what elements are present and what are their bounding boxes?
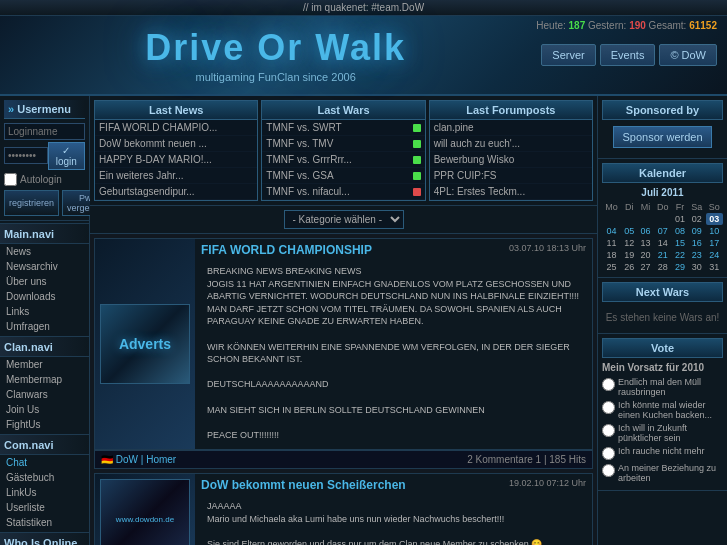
forum-item-2[interactable]: will auch zu euch'...	[430, 136, 592, 152]
article-1-hits: 1 | 185 Hits	[536, 454, 586, 465]
last-news-item-5[interactable]: Geburtstagsendipur...	[95, 184, 257, 200]
vote-radio-5[interactable]	[602, 464, 615, 477]
cal-day-02[interactable]: 02	[688, 213, 705, 225]
nav-newsarchiv[interactable]: Newsarchiv	[0, 259, 89, 274]
last-wars-item-3[interactable]: TMNF vs. GrrrRrr...	[262, 152, 424, 168]
nav-membermap[interactable]: Membermap	[0, 372, 89, 387]
cal-day-04[interactable]: 04	[602, 225, 621, 237]
login-button[interactable]: ✓ login	[48, 142, 85, 170]
calendar-table: Mo Di Mi Do Fr Sa So 01	[602, 201, 723, 273]
cal-day-18[interactable]: 18	[602, 249, 621, 261]
cal-day-21[interactable]: 21	[654, 249, 672, 261]
nav-link-us[interactable]: LinkUs	[0, 485, 89, 500]
vote-radio-1[interactable]	[602, 378, 615, 391]
cal-day-06[interactable]: 06	[637, 225, 653, 237]
category-select[interactable]: - Kategorie wählen -	[284, 210, 404, 229]
cal-day-25[interactable]: 25	[602, 261, 621, 273]
cal-day-14[interactable]: 14	[654, 237, 672, 249]
main-nav-title: Main.navi	[0, 223, 89, 244]
nav-join-us[interactable]: Join Us	[0, 402, 89, 417]
cal-day-12[interactable]: 12	[621, 237, 637, 249]
cal-day-24[interactable]: 24	[706, 249, 724, 261]
clan-nav-section: Clan.navi Member Membermap Clanwars Join…	[0, 336, 89, 432]
nav-downloads[interactable]: Downloads	[0, 289, 89, 304]
calendar-title: Kalender	[602, 163, 723, 183]
nav-umfragen[interactable]: Umfragen	[0, 319, 89, 334]
article-1-author[interactable]: DoW | Homer	[116, 454, 176, 465]
article-1-title[interactable]: FIFA WORLD CHAMPIONSHIP	[201, 243, 372, 257]
cal-day-13[interactable]: 13	[637, 237, 653, 249]
events-button[interactable]: Events	[600, 44, 656, 66]
autologin-checkbox[interactable]	[4, 173, 17, 186]
nav-gaestebuch[interactable]: Gästebuch	[0, 470, 89, 485]
war-result-win-1	[413, 124, 421, 132]
article-1-comments[interactable]: 2 Kommentare	[467, 454, 533, 465]
last-news-item-3[interactable]: HAPPY B-DAY MARIO!...	[95, 152, 257, 168]
last-wars-item-1[interactable]: TMNF vs. SWRT	[262, 120, 424, 136]
username-input[interactable]	[4, 123, 85, 140]
nav-userliste[interactable]: Userliste	[0, 500, 89, 515]
cal-day-09[interactable]: 09	[688, 225, 705, 237]
cal-day-15[interactable]: 15	[672, 237, 688, 249]
last-news-item-2[interactable]: DoW bekommt neuen ...	[95, 136, 257, 152]
cal-day-08[interactable]: 08	[672, 225, 688, 237]
main-nav-section: Main.navi News Newsarchiv Über uns Downl…	[0, 223, 89, 334]
forum-item-3[interactable]: Bewerbung Wisko	[430, 152, 592, 168]
cal-day-10[interactable]: 10	[706, 225, 724, 237]
logo-title[interactable]: Drive Or Walk	[10, 27, 541, 69]
article-2-title[interactable]: DoW bekommt neuen Scheißerchen	[201, 478, 406, 492]
cal-day-26[interactable]: 26	[621, 261, 637, 273]
nav-statistiken[interactable]: Statistiken	[0, 515, 89, 530]
who-is-online-section: Who Is Online Keine User Online	[0, 532, 89, 545]
vote-radio-2[interactable]	[602, 401, 615, 414]
total-label: Gesamt:	[649, 20, 687, 31]
forum-item-1[interactable]: clan.pine	[430, 120, 592, 136]
cal-day-01[interactable]: 01	[672, 213, 688, 225]
nav-links[interactable]: Links	[0, 304, 89, 319]
last-news-item-1[interactable]: FIFA WORLD CHAMPIO...	[95, 120, 257, 136]
article-1-date: 03.07.10 18:13 Uhr	[509, 243, 586, 253]
cal-day-20[interactable]: 20	[637, 249, 653, 261]
cal-day-23[interactable]: 23	[688, 249, 705, 261]
password-input[interactable]	[4, 147, 48, 164]
nav-fight-us[interactable]: FightUs	[0, 417, 89, 432]
article-1-thumb-inner: Adverts	[100, 304, 190, 384]
nav-clanwars[interactable]: Clanwars	[0, 387, 89, 402]
last-news-item-4[interactable]: Ein weiteres Jahr...	[95, 168, 257, 184]
vote-radio-3[interactable]	[602, 424, 615, 437]
vote-question: Mein Vorsatz für 2010	[602, 362, 723, 373]
vote-radio-4[interactable]	[602, 447, 615, 460]
forum-item-4[interactable]: PPR CUIP:FS	[430, 168, 592, 184]
today-value: 187	[569, 20, 586, 31]
forum-item-5[interactable]: 4PL: Erstes Teckm...	[430, 184, 592, 200]
cal-header-so: So	[706, 201, 724, 213]
nav-member[interactable]: Member	[0, 357, 89, 372]
cal-day-22[interactable]: 22	[672, 249, 688, 261]
cal-day-28[interactable]: 28	[654, 261, 672, 273]
nav-chat[interactable]: Chat	[0, 455, 89, 470]
server-button[interactable]: Server	[541, 44, 595, 66]
cal-day-27[interactable]: 27	[637, 261, 653, 273]
cal-day-17[interactable]: 17	[706, 237, 724, 249]
last-wars-item-2[interactable]: TMNF vs. TMV	[262, 136, 424, 152]
last-wars-item-5[interactable]: TMNF vs. nifacul...	[262, 184, 424, 200]
cal-day-31[interactable]: 31	[706, 261, 724, 273]
right-sidebar: Sponsored by Sponsor werden Kalender Jul…	[597, 96, 727, 545]
cal-header-mi: Mi	[637, 201, 653, 213]
cal-day-19[interactable]: 19	[621, 249, 637, 261]
yesterday-value: 190	[629, 20, 646, 31]
cal-day-07[interactable]: 07	[654, 225, 672, 237]
cal-day-30[interactable]: 30	[688, 261, 705, 273]
cal-day-today[interactable]: 03	[706, 213, 724, 225]
nav-news[interactable]: News	[0, 244, 89, 259]
last-wars-item-4[interactable]: TMNF vs. GSA	[262, 168, 424, 184]
dow-button[interactable]: © DoW	[659, 44, 717, 66]
cal-day-16[interactable]: 16	[688, 237, 705, 249]
nav-ueber-uns[interactable]: Über uns	[0, 274, 89, 289]
logo: Drive Or Walk multigaming FunClan since …	[10, 27, 541, 83]
cal-day-11[interactable]: 11	[602, 237, 621, 249]
register-button[interactable]: registrieren	[4, 190, 59, 216]
cal-day-29[interactable]: 29	[672, 261, 688, 273]
sponsor-button[interactable]: Sponsor werden	[613, 126, 711, 148]
cal-day-05[interactable]: 05	[621, 225, 637, 237]
